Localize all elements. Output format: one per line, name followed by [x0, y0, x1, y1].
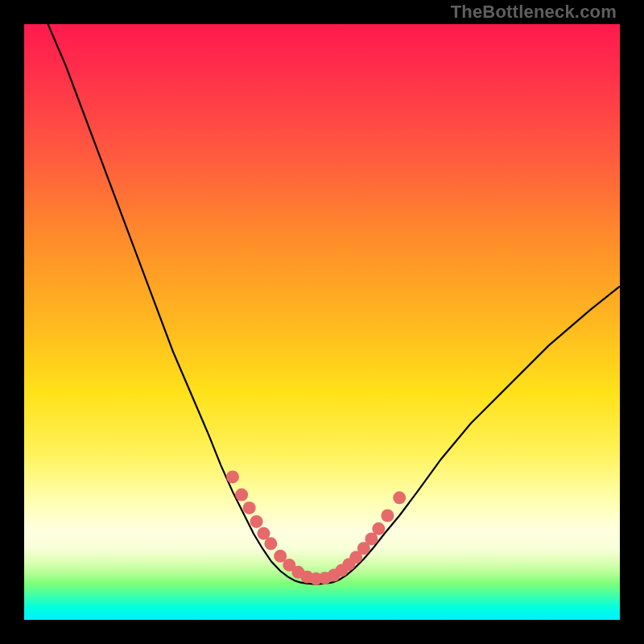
watermark-text: TheBottleneck.com — [451, 2, 617, 23]
data-point — [372, 522, 385, 535]
data-point — [235, 489, 248, 502]
bottleneck-curve — [48, 24, 620, 584]
data-point — [264, 537, 277, 550]
data-point — [381, 510, 394, 522]
data-point — [226, 470, 239, 483]
chart-frame — [24, 24, 620, 620]
data-point — [393, 491, 406, 504]
data-point — [243, 502, 256, 514]
chart-overlay — [24, 24, 620, 620]
bottleneck-curve-path — [48, 24, 620, 584]
data-point — [250, 515, 263, 528]
data-points — [226, 470, 406, 585]
